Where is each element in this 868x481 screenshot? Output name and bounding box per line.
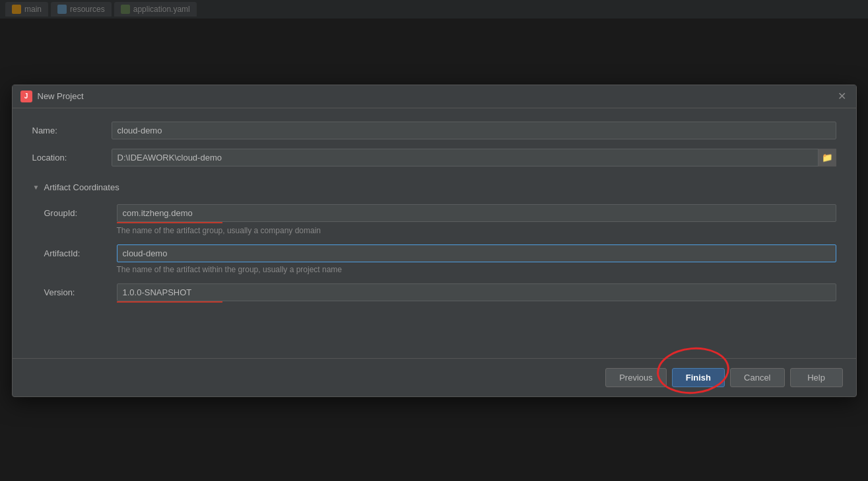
location-input[interactable]	[112, 149, 836, 166]
section-title: Artifact Coordinates	[44, 182, 119, 192]
dialog-title: New Project	[38, 91, 836, 101]
artifact-section-header: ▼ Artifact Coordinates	[32, 182, 836, 192]
groupid-input[interactable]	[117, 204, 836, 222]
close-button[interactable]: ✕	[836, 91, 848, 102]
artifactid-input[interactable]	[117, 244, 836, 262]
groupid-row: GroupId: The name of the artifact group,…	[44, 204, 836, 242]
dialog-icon-label: J	[24, 92, 28, 100]
artifactid-hint: The name of the artifact within the grou…	[117, 265, 836, 274]
finish-button[interactable]: Finish	[672, 368, 725, 387]
previous-button[interactable]: Previous	[605, 368, 667, 387]
body-spacer	[32, 305, 836, 345]
artifactid-label: ArtifactId:	[44, 244, 117, 258]
browse-button[interactable]: 📁	[818, 149, 836, 166]
location-row: Location: 📁	[32, 149, 836, 166]
version-label: Version:	[44, 283, 117, 297]
groupid-label: GroupId:	[44, 204, 117, 218]
name-label: Name:	[32, 126, 112, 135]
name-row: Name:	[32, 122, 836, 139]
version-input[interactable]	[117, 283, 836, 301]
artifact-fields: GroupId: The name of the artifact group,…	[32, 204, 836, 305]
version-underline	[117, 301, 222, 303]
version-row: Version:	[44, 283, 836, 303]
artifactid-field-wrap: The name of the artifact within the grou…	[117, 244, 836, 281]
groupid-underline	[117, 222, 222, 223]
groupid-field-wrap: The name of the artifact group, usually …	[117, 204, 836, 242]
version-field-wrap	[117, 283, 836, 303]
folder-icon: 📁	[822, 153, 833, 163]
location-field-wrap: 📁	[112, 149, 836, 166]
cancel-button[interactable]: Cancel	[730, 368, 784, 387]
dialog-titlebar: J New Project ✕	[13, 85, 856, 108]
help-button[interactable]: Help	[790, 368, 843, 387]
location-label: Location:	[32, 153, 112, 163]
groupid-hint: The name of the artifact group, usually …	[117, 226, 836, 235]
new-project-dialog: J New Project ✕ Name: Location: 📁	[12, 85, 857, 397]
dialog-overlay: J New Project ✕ Name: Location: 📁	[0, 0, 868, 481]
dialog-footer: Previous Finish Cancel Help	[13, 358, 856, 396]
dialog-app-icon: J	[20, 91, 32, 102]
name-input[interactable]	[112, 122, 836, 139]
dialog-body: Name: Location: 📁 ▼ Artifact Coordinates	[13, 108, 856, 358]
section-toggle-icon[interactable]: ▼	[32, 183, 40, 191]
artifactid-row: ArtifactId: The name of the artifact wit…	[44, 244, 836, 281]
